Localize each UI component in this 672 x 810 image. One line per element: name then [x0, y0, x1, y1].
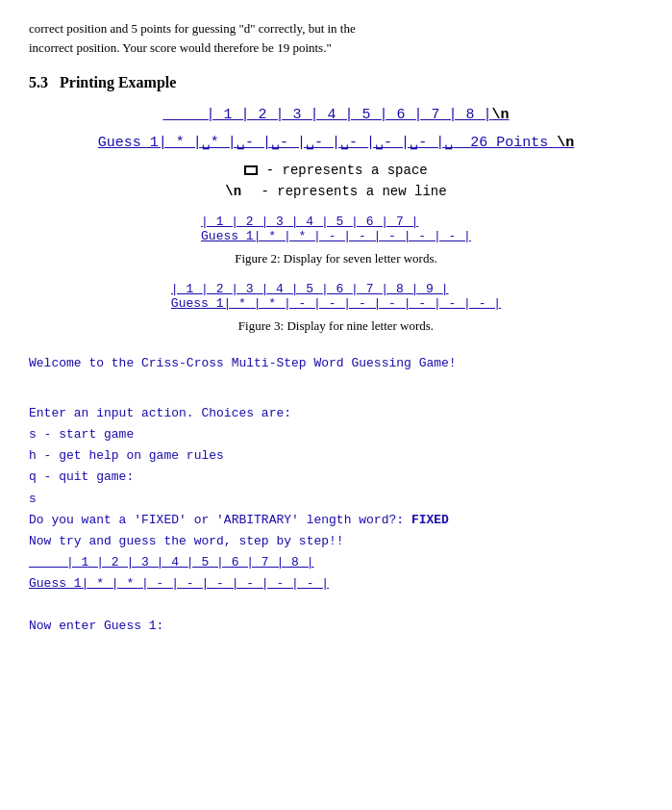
figure2-grid: | 1 | 2 | 3 | 4 | 5 | 6 | 7 | Guess 1| *…: [201, 215, 471, 243]
terminal-question: Do you want a 'FIXED' or 'ARBITRARY' len…: [29, 510, 643, 531]
figure2-guess: Guess 1| * | * | - | - | - | - | - |: [201, 229, 471, 243]
figure3-header: | 1 | 2 | 3 | 4 | 5 | 6 | 7 | 8 | 9 |: [171, 282, 501, 296]
section-title: 5.3 Printing Example: [29, 74, 643, 91]
legend-area: - represents a space \n - represents a n…: [29, 163, 643, 199]
figure3-display: | 1 | 2 | 3 | 4 | 5 | 6 | 7 | 8 | 9 | Gu…: [29, 282, 643, 311]
figure3-section: | 1 | 2 | 3 | 4 | 5 | 6 | 7 | 8 | 9 | Gu…: [29, 282, 643, 334]
big-display-header: | 1 | 2 | 3 | 4 | 5 | 6 | 7 | 8 |\n: [29, 107, 643, 123]
figure2-caption: Figure 2: Display for seven letter words…: [29, 251, 643, 266]
figure3-guess: Guess 1| * | * | - | - | - | - | - | - |…: [171, 296, 501, 311]
big-display-guess: Guess 1| * |␣* |␣- |␣- |␣- |␣- |␣- |␣- |…: [29, 133, 643, 151]
terminal-blank2: [29, 595, 643, 616]
figure3-grid: | 1 | 2 | 3 | 4 | 5 | 6 | 7 | 8 | 9 | Gu…: [171, 282, 501, 311]
legend-newline: \n - represents a new line: [29, 184, 643, 199]
terminal-prompt1: Enter an input action. Choices are:: [29, 403, 643, 424]
legend-space: - represents a space: [29, 163, 643, 178]
terminal-grid-guess: Guess 1| * | * | - | - | - | - | - | - |: [29, 573, 643, 595]
space-symbol-icon: [244, 165, 258, 175]
terminal-input-s: s: [29, 489, 643, 510]
big-display-area: | 1 | 2 | 3 | 4 | 5 | 6 | 7 | 8 |\n Gues…: [29, 107, 643, 151]
terminal-section: Welcome to the Criss-Cross Multi-Step Wo…: [29, 353, 643, 637]
terminal-welcome: Welcome to the Criss-Cross Multi-Step Wo…: [29, 353, 643, 374]
terminal-output: Welcome to the Criss-Cross Multi-Step Wo…: [29, 353, 643, 637]
terminal-option-q: q - quit game:: [29, 467, 643, 488]
newline-symbol-icon: \n: [225, 184, 241, 199]
terminal-final-prompt: Now enter Guess 1:: [29, 616, 643, 637]
terminal-instruction: Now try and guess the word, step by step…: [29, 531, 643, 552]
figure3-caption: Figure 3: Display for nine letter words.: [29, 318, 643, 334]
terminal-blank1: [29, 382, 643, 403]
figure2-display: | 1 | 2 | 3 | 4 | 5 | 6 | 7 | Guess 1| *…: [29, 215, 643, 243]
intro-text: correct position and 5 points for guessi…: [29, 19, 643, 57]
terminal-option-s: s - start game: [29, 424, 643, 445]
terminal-option-h: h - get help on game rules: [29, 445, 643, 467]
figure2-section: | 1 | 2 | 3 | 4 | 5 | 6 | 7 | Guess 1| *…: [29, 215, 643, 266]
figure2-header: | 1 | 2 | 3 | 4 | 5 | 6 | 7 |: [201, 215, 471, 229]
terminal-grid-header: | 1 | 2 | 3 | 4 | 5 | 6 | 7 | 8 |: [29, 552, 643, 573]
